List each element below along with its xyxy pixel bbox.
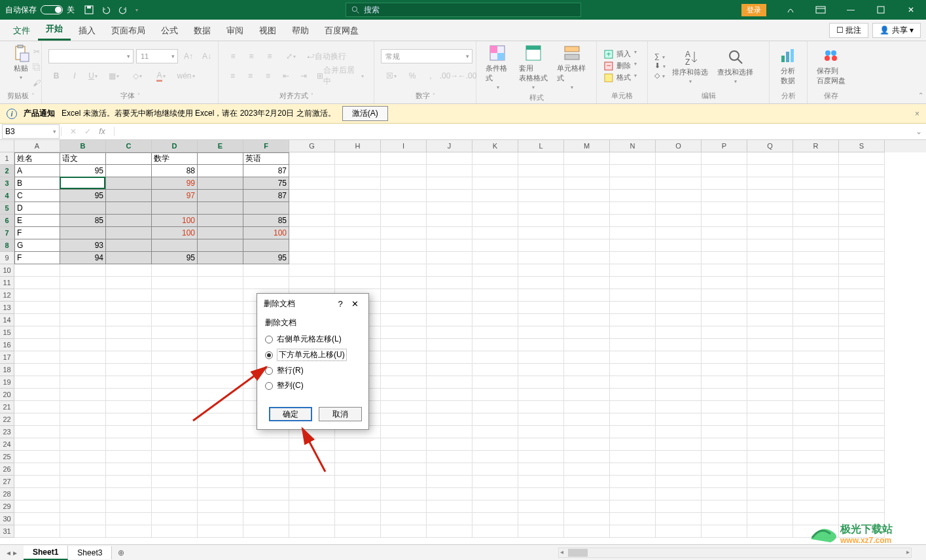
cell[interactable] bbox=[472, 314, 518, 326]
cell[interactable] bbox=[198, 413, 243, 426]
cell[interactable] bbox=[702, 277, 747, 289]
cell[interactable] bbox=[381, 277, 427, 289]
cell[interactable] bbox=[839, 252, 885, 264]
phonetic-button[interactable]: wén▾ bbox=[174, 69, 198, 83]
cell[interactable] bbox=[610, 190, 656, 202]
save-icon[interactable] bbox=[84, 5, 94, 15]
autosum-button[interactable]: ∑ ▾ bbox=[654, 52, 666, 60]
cell[interactable] bbox=[793, 438, 839, 451]
cell[interactable]: 94 bbox=[60, 252, 106, 264]
cell[interactable] bbox=[747, 239, 793, 252]
cell[interactable] bbox=[472, 513, 518, 525]
cell[interactable] bbox=[564, 227, 610, 239]
cell[interactable] bbox=[60, 525, 106, 538]
select-all-corner[interactable] bbox=[0, 140, 14, 152]
cell[interactable] bbox=[106, 289, 152, 302]
cell[interactable] bbox=[14, 438, 60, 451]
cell[interactable] bbox=[472, 264, 518, 277]
cell[interactable] bbox=[472, 451, 518, 463]
cell[interactable] bbox=[106, 463, 152, 476]
cell[interactable] bbox=[839, 476, 885, 488]
cell[interactable] bbox=[518, 326, 564, 339]
login-button[interactable]: 登录 bbox=[741, 4, 766, 16]
cell[interactable] bbox=[564, 339, 610, 351]
cell[interactable] bbox=[747, 215, 793, 227]
enter-formula-icon[interactable]: ✓ bbox=[81, 127, 94, 136]
align-center-icon[interactable]: ≡ bbox=[243, 69, 258, 83]
cell[interactable] bbox=[381, 488, 427, 500]
cell[interactable] bbox=[381, 500, 427, 513]
cell[interactable] bbox=[839, 289, 885, 302]
cell[interactable] bbox=[793, 413, 839, 426]
cell[interactable] bbox=[839, 426, 885, 438]
cell[interactable] bbox=[793, 314, 839, 326]
cell[interactable] bbox=[152, 389, 198, 401]
cell[interactable] bbox=[198, 277, 243, 289]
cell[interactable]: 姓名 bbox=[14, 152, 60, 165]
row-header[interactable]: 20 bbox=[0, 389, 14, 401]
cell[interactable] bbox=[381, 513, 427, 525]
option-entire-col[interactable]: 整列(C) bbox=[265, 380, 361, 391]
cell[interactable] bbox=[656, 202, 702, 215]
row-header[interactable]: 26 bbox=[0, 463, 14, 476]
cell[interactable]: 语文 bbox=[60, 152, 106, 165]
cell[interactable] bbox=[839, 500, 885, 513]
cell[interactable] bbox=[656, 525, 702, 538]
cell[interactable] bbox=[106, 525, 152, 538]
cell[interactable] bbox=[610, 239, 656, 252]
cell[interactable] bbox=[747, 252, 793, 264]
cell[interactable] bbox=[793, 277, 839, 289]
cell[interactable] bbox=[610, 277, 656, 289]
autosave-toggle[interactable]: 自动保存 关 bbox=[5, 5, 75, 16]
cell[interactable] bbox=[60, 488, 106, 500]
cell[interactable] bbox=[656, 314, 702, 326]
cell[interactable] bbox=[793, 488, 839, 500]
cell[interactable] bbox=[106, 177, 152, 190]
cell[interactable] bbox=[198, 438, 243, 451]
cell[interactable] bbox=[427, 376, 472, 389]
cell[interactable] bbox=[289, 451, 335, 463]
cell[interactable]: 95 bbox=[60, 190, 106, 202]
sort-filter-button[interactable]: AZ排序和筛选▾ bbox=[669, 46, 711, 86]
cell[interactable] bbox=[289, 525, 335, 538]
cell[interactable] bbox=[289, 227, 335, 239]
cell[interactable] bbox=[427, 488, 472, 500]
cell[interactable] bbox=[839, 264, 885, 277]
cell[interactable] bbox=[335, 165, 381, 177]
cell[interactable] bbox=[335, 525, 381, 538]
cell[interactable] bbox=[610, 476, 656, 488]
cell[interactable] bbox=[381, 326, 427, 339]
border-button[interactable]: ▦▾ bbox=[103, 69, 124, 83]
cell[interactable] bbox=[427, 351, 472, 364]
row-header[interactable]: 15 bbox=[0, 326, 14, 339]
cell[interactable]: G bbox=[14, 239, 60, 252]
cell[interactable] bbox=[793, 202, 839, 215]
cell[interactable] bbox=[106, 476, 152, 488]
cell[interactable] bbox=[60, 389, 106, 401]
cell[interactable] bbox=[564, 426, 610, 438]
cell[interactable] bbox=[702, 376, 747, 389]
cell[interactable] bbox=[289, 215, 335, 227]
cell[interactable] bbox=[60, 277, 106, 289]
row-header[interactable]: 22 bbox=[0, 413, 14, 426]
cell[interactable] bbox=[564, 401, 610, 413]
cell[interactable] bbox=[427, 152, 472, 165]
col-header-G[interactable]: G bbox=[289, 140, 335, 152]
cell[interactable] bbox=[60, 339, 106, 351]
cell[interactable] bbox=[747, 264, 793, 277]
row-header[interactable]: 25 bbox=[0, 451, 14, 463]
cell[interactable] bbox=[564, 190, 610, 202]
row-header[interactable]: 28 bbox=[0, 488, 14, 500]
col-header-J[interactable]: J bbox=[427, 140, 472, 152]
cell[interactable] bbox=[106, 302, 152, 314]
cell[interactable] bbox=[702, 165, 747, 177]
row-header[interactable]: 9 bbox=[0, 252, 14, 264]
cell[interactable] bbox=[793, 451, 839, 463]
cell[interactable] bbox=[747, 488, 793, 500]
cell[interactable] bbox=[381, 463, 427, 476]
bold-button[interactable]: B bbox=[48, 69, 64, 83]
cell[interactable] bbox=[793, 426, 839, 438]
redo-icon[interactable] bbox=[118, 5, 128, 15]
cell[interactable] bbox=[610, 227, 656, 239]
cell[interactable]: 数学 bbox=[152, 152, 198, 165]
